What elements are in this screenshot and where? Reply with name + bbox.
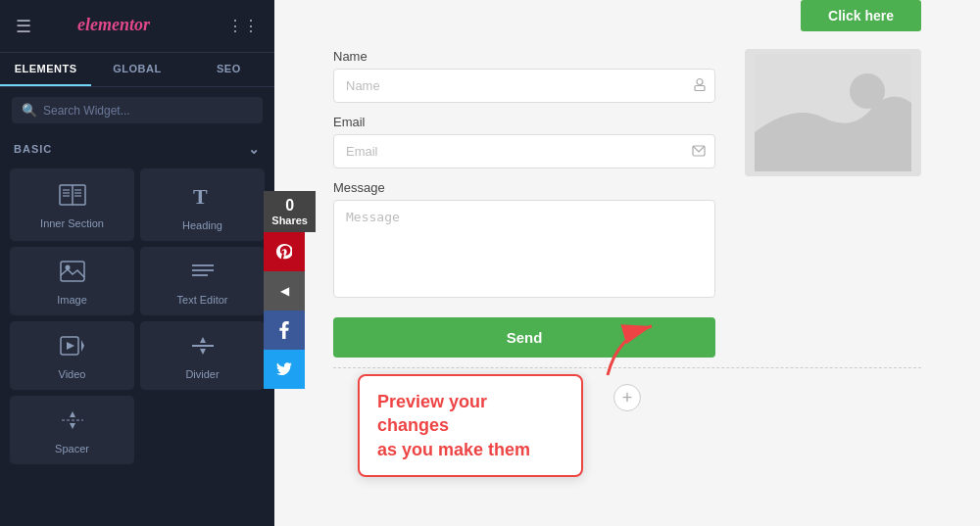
svg-marker-17 [67,342,74,350]
email-input-wrapper [333,134,715,168]
svg-marker-23 [70,411,75,417]
social-toggle-button[interactable]: ◀ [264,271,305,311]
panel-header: ☰ elementor ⋮⋮ [0,0,274,53]
twitter-button[interactable] [264,350,305,389]
chevron-down-icon[interactable]: ⌄ [248,141,261,157]
arrow-pointer [598,316,666,389]
svg-marker-16 [81,340,84,352]
search-icon: 🔍 [22,103,37,118]
widget-image[interactable]: Image [10,247,134,315]
spacer-icon [60,409,85,437]
main-content: Click here Name Email [274,0,980,526]
widgets-grid: Inner Section T Heading Image [0,165,274,468]
name-label: Name [333,49,715,64]
callout-line2: as you make them [377,440,530,459]
email-field-icon [692,144,706,160]
hamburger-icon[interactable]: ☰ [16,16,31,37]
click-here-button[interactable]: Click here [801,0,921,31]
svg-marker-21 [70,423,75,429]
section-label: BASIC [14,143,52,155]
svg-text:T: T [193,184,208,208]
search-bar[interactable]: 🔍 [12,97,263,123]
heading-icon: T [190,182,216,214]
svg-point-28 [850,73,885,109]
image-placeholder [745,49,921,176]
image-icon [60,261,85,288]
video-icon [60,335,85,362]
tab-global[interactable]: GLOBAL [91,53,182,86]
widget-text-editor[interactable]: Text Editor [140,247,265,315]
widget-spacer-label: Spacer [55,443,89,454]
section-header: BASIC ⌄ [0,133,274,165]
inner-section-icon [59,184,86,212]
widget-inner-section-label: Inner Section [40,217,104,229]
svg-marker-18 [200,337,206,343]
widget-heading-label: Heading [182,219,222,231]
svg-rect-24 [695,85,705,90]
search-input[interactable] [43,104,253,118]
left-panel: ☰ elementor ⋮⋮ ELEMENTS GLOBAL SEO 🔍 BAS… [0,0,274,526]
email-group: Email [333,115,715,168]
svg-marker-20 [200,349,206,355]
message-textarea[interactable] [333,200,715,298]
divider-icon [190,335,216,362]
svg-point-25 [697,78,703,84]
top-bar: Click here [333,0,921,35]
name-input[interactable] [333,69,715,103]
widget-divider-label: Divider [185,368,219,380]
facebook-button[interactable] [264,311,305,350]
email-input[interactable] [333,134,715,168]
widget-heading[interactable]: T Heading [140,168,265,241]
widget-text-editor-label: Text Editor [177,294,228,306]
text-editor-icon [190,261,216,288]
grid-icon[interactable]: ⋮⋮ [227,17,259,35]
widget-video[interactable]: Video [10,321,134,390]
widget-video-label: Video [59,368,86,380]
tab-seo[interactable]: SEO [183,53,274,86]
social-bar: 0 Shares ◀ [264,191,316,389]
widget-divider[interactable]: Divider [140,321,265,390]
callout-line1: Preview your changes [377,392,487,435]
widget-spacer[interactable]: Spacer [10,396,134,464]
name-field-icon [694,77,706,94]
elementor-logo: elementor [75,12,183,40]
form-right [745,49,921,358]
callout-tooltip: Preview your changes as you make them [358,374,583,477]
widget-inner-section[interactable]: Inner Section [10,168,134,241]
name-group: Name [333,49,715,103]
name-input-wrapper [333,69,715,103]
widget-image-label: Image [57,294,87,306]
panel-tabs: ELEMENTS GLOBAL SEO [0,53,274,87]
message-label: Message [333,180,715,195]
pinterest-button[interactable] [264,232,305,271]
social-shares-count: 0 Shares [264,191,316,232]
tab-elements[interactable]: ELEMENTS [0,53,91,86]
svg-text:elementor: elementor [77,15,151,34]
message-group: Message [333,180,715,302]
form-section: Name Email [333,49,921,358]
form-left: Name Email [333,49,715,358]
email-label: Email [333,115,715,129]
